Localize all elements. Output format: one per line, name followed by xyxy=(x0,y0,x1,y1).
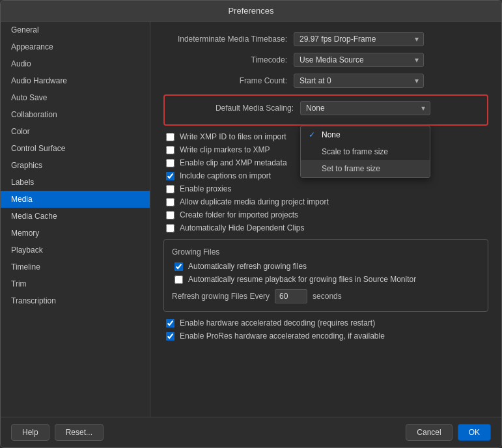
option-scale-label: Scale to frame size xyxy=(322,147,388,156)
sidebar-item-general[interactable]: General xyxy=(1,21,150,38)
checkbox-3[interactable] xyxy=(166,172,174,180)
footer-right: Cancel OK xyxy=(406,424,491,441)
refresh-suffix: seconds xyxy=(313,292,342,301)
checkbox-label-1: Write clip markers to XMP xyxy=(180,145,270,154)
timecode-select-wrapper: Use Media Source xyxy=(294,53,424,67)
refresh-input[interactable] xyxy=(275,289,307,303)
sidebar: GeneralAppearanceAudioAudio HardwareAuto… xyxy=(1,21,150,417)
sidebar-item-transcription[interactable]: Transcription xyxy=(1,292,150,309)
timecode-row: Timecode: Use Media Source xyxy=(163,53,488,67)
dropdown-option-scale[interactable]: Scale to frame size xyxy=(301,143,430,160)
checkbox-row-6: Create folder for imported projects xyxy=(163,210,488,219)
dropdown-menu: ✓ None Scale to frame size Set to frame … xyxy=(300,126,430,178)
growing-files-section: Growing Files Automatically refresh grow… xyxy=(163,239,488,312)
bottom-checkboxes: Enable hardware accelerated decoding (re… xyxy=(163,318,488,341)
indeterminate-media-select-wrapper: 29.97 fps Drop-Frame xyxy=(294,32,424,46)
main-content: Indeterminate Media Timebase: 29.97 fps … xyxy=(150,21,501,417)
timecode-select[interactable]: Use Media Source xyxy=(294,53,424,67)
checkbox-label-0: Write XMP ID to files on import xyxy=(180,132,286,141)
reset-button[interactable]: Reset... xyxy=(55,424,104,441)
footer: Help Reset... Cancel OK xyxy=(1,417,501,447)
default-media-scaling-row: Default Media Scaling: None xyxy=(170,101,482,115)
checkbox-4[interactable] xyxy=(166,185,174,193)
cancel-button[interactable]: Cancel xyxy=(406,424,452,441)
footer-left: Help Reset... xyxy=(11,424,104,441)
option-none-label: None xyxy=(322,130,341,139)
indeterminate-media-row: Indeterminate Media Timebase: 29.97 fps … xyxy=(163,32,488,46)
check-icon: ✓ xyxy=(309,130,319,139)
preferences-dialog: Preferences GeneralAppearanceAudioAudio … xyxy=(0,0,502,448)
refresh-row: Refresh growing Files Every seconds xyxy=(172,289,480,303)
frame-count-select-wrapper: Start at 0 xyxy=(294,74,424,88)
checkbox-label-7: Automatically Hide Dependent Clips xyxy=(180,223,304,232)
checkbox-row-7: Automatically Hide Dependent Clips xyxy=(163,223,488,232)
sidebar-item-trim[interactable]: Trim xyxy=(1,275,150,292)
gf-checkbox-0[interactable] xyxy=(174,262,183,271)
sidebar-item-timeline[interactable]: Timeline xyxy=(1,259,150,275)
default-media-scaling-select-wrapper[interactable]: None xyxy=(300,101,430,115)
checkbox-6[interactable] xyxy=(166,211,174,219)
bottom-checkbox-0[interactable] xyxy=(166,319,174,328)
frame-count-row: Frame Count: Start at 0 xyxy=(163,74,488,88)
sidebar-item-audio[interactable]: Audio xyxy=(1,55,150,72)
frame-count-label: Frame Count: xyxy=(163,76,294,85)
dialog-title: Preferences xyxy=(228,6,273,16)
dropdown-option-set[interactable]: Set to frame size xyxy=(301,160,430,177)
option-set-label: Set to frame size xyxy=(322,164,380,173)
help-button[interactable]: Help xyxy=(11,424,49,441)
bottom-checkbox-label-0: Enable hardware accelerated decoding (re… xyxy=(180,318,375,328)
dialog-body: GeneralAppearanceAudioAudio HardwareAuto… xyxy=(1,21,501,417)
checkbox-row-4: Enable proxies xyxy=(163,184,488,193)
sidebar-item-media[interactable]: Media xyxy=(1,191,150,208)
gf-checkbox-1[interactable] xyxy=(174,275,183,284)
gf-checkbox-row-0: Automatically refresh growing files xyxy=(172,262,480,271)
checkbox-label-4: Enable proxies xyxy=(180,184,231,193)
default-media-scaling-select[interactable]: None xyxy=(300,101,430,115)
sidebar-item-memory[interactable]: Memory xyxy=(1,225,150,242)
title-bar: Preferences xyxy=(1,1,501,21)
bottom-checkbox-1[interactable] xyxy=(166,332,174,341)
sidebar-item-auto-save[interactable]: Auto Save xyxy=(1,89,150,106)
default-media-scaling-container: Default Media Scaling: None ✓ None Sc xyxy=(163,94,488,126)
indeterminate-media-select[interactable]: 29.97 fps Drop-Frame xyxy=(294,32,424,46)
sidebar-item-labels[interactable]: Labels xyxy=(1,174,150,191)
bottom-checkbox-row-0: Enable hardware accelerated decoding (re… xyxy=(163,318,488,328)
sidebar-item-collaboration[interactable]: Collaboration xyxy=(1,106,150,123)
indeterminate-media-label: Indeterminate Media Timebase: xyxy=(163,35,294,44)
gf-checkbox-label-0: Automatically refresh growing files xyxy=(188,262,307,271)
checkbox-7[interactable] xyxy=(166,224,174,232)
checkbox-0[interactable] xyxy=(166,133,174,141)
growing-files-checkboxes: Automatically refresh growing filesAutom… xyxy=(172,262,480,284)
sidebar-item-color[interactable]: Color xyxy=(1,123,150,140)
checkbox-label-2: Enable clip and XMP metadata xyxy=(180,158,287,167)
gf-checkbox-row-1: Automatically resume playback for growin… xyxy=(172,275,480,284)
sidebar-item-appearance[interactable]: Appearance xyxy=(1,38,150,55)
checkbox-row-5: Allow duplicate media during project imp… xyxy=(163,197,488,206)
sidebar-item-media-cache[interactable]: Media Cache xyxy=(1,208,150,225)
refresh-label: Refresh growing Files Every xyxy=(172,292,270,301)
sidebar-item-playback[interactable]: Playback xyxy=(1,242,150,259)
growing-files-title: Growing Files xyxy=(172,247,480,257)
checkbox-2[interactable] xyxy=(166,159,174,167)
checkbox-1[interactable] xyxy=(166,146,174,154)
checkbox-label-3: Include captions on import xyxy=(180,171,271,180)
sidebar-item-graphics[interactable]: Graphics xyxy=(1,157,150,174)
frame-count-select[interactable]: Start at 0 xyxy=(294,74,424,88)
gf-checkbox-label-1: Automatically resume playback for growin… xyxy=(188,275,416,284)
checkbox-5[interactable] xyxy=(166,198,174,206)
timecode-label: Timecode: xyxy=(163,55,294,64)
ok-button[interactable]: OK xyxy=(458,424,491,441)
dropdown-option-none[interactable]: ✓ None xyxy=(301,126,430,143)
sidebar-item-audio-hardware[interactable]: Audio Hardware xyxy=(1,72,150,89)
default-media-scaling-label: Default Media Scaling: xyxy=(170,104,300,113)
checkbox-label-5: Allow duplicate media during project imp… xyxy=(180,197,329,206)
bottom-checkbox-row-1: Enable ProRes hardware accelerated encod… xyxy=(163,331,488,341)
bottom-checkbox-label-1: Enable ProRes hardware accelerated encod… xyxy=(180,331,385,341)
checkbox-label-6: Create folder for imported projects xyxy=(180,210,298,219)
sidebar-item-control-surface[interactable]: Control Surface xyxy=(1,140,150,157)
